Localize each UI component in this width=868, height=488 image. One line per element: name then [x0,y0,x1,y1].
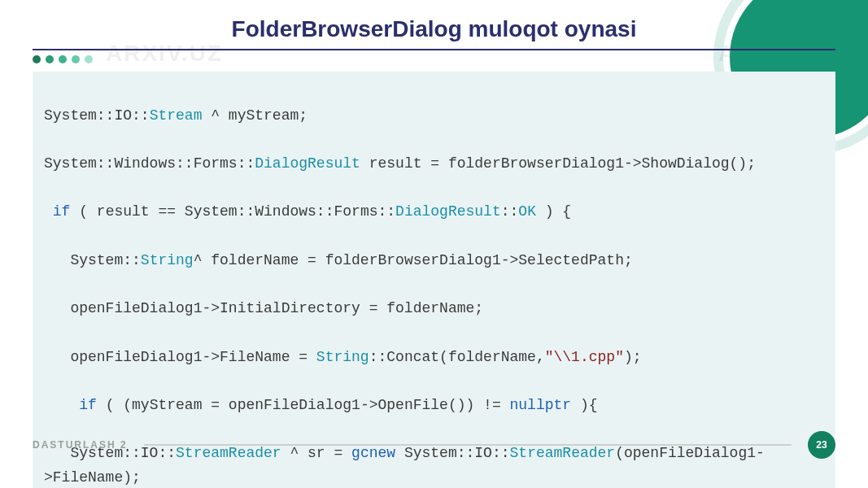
code-line: if ( result == System::Windows::Forms::D… [44,200,824,224]
slide-footer: DASTURLASH 2 23 [33,431,835,459]
footer-divider [144,444,792,446]
code-line: if ( (myStream = openFileDialog1->OpenFi… [44,394,824,418]
code-line: openFileDialog1->InitialDirectory = fold… [44,297,824,321]
code-line: openFileDialog1->FileName = String::Conc… [44,346,824,370]
page-number-badge: 23 [808,431,835,459]
slide: FolderBrowserDialog muloqot oynasi Syste… [0,0,868,488]
code-block: System::IO::Stream ^ myStream; System::W… [33,72,835,488]
code-line: System::IO::Stream ^ myStream; [44,104,824,129]
accent-dots [33,55,835,63]
slide-title: FolderBrowserDialog muloqot oynasi [33,16,835,42]
code-line: System::String^ folderName = folderBrows… [44,249,824,273]
code-line: System::Windows::Forms::DialogResult res… [44,152,824,176]
footer-text: DASTURLASH 2 [33,439,128,451]
title-underline [33,49,835,50]
